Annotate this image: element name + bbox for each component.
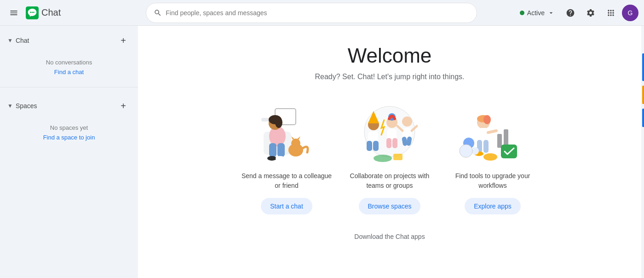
status-dot [520,11,524,15]
svg-point-3 [33,12,34,13]
app-logo: Chat [26,6,61,19]
sidebar-spaces-header[interactable]: ▼ Spaces + [0,95,138,117]
svg-point-30 [374,155,392,162]
browse-spaces-text: Collaborate on projects with teams or gr… [344,171,436,191]
svg-point-48 [460,145,472,157]
main-layout: ▼ Chat + No conversations Find a chat ▼ … [0,26,644,278]
svg-point-52 [483,153,497,161]
sidebar-spaces-section: ▼ Spaces + No spaces yet Find a space to… [0,91,138,149]
browse-spaces-illustration [353,99,426,164]
svg-point-32 [402,116,412,127]
svg-rect-41 [478,128,489,142]
sidebar-spaces-label: Spaces [16,102,37,110]
explore-apps-text: Find tools to upgrade your workflows [447,171,539,191]
svg-rect-12 [277,143,285,157]
svg-point-14 [291,139,300,148]
start-chat-button[interactable]: Start a chat [261,198,312,214]
svg-rect-51 [501,145,517,158]
accent-bar-blue2 [642,109,644,127]
accent-bar-blue [642,53,644,81]
svg-rect-43 [483,140,489,153]
sidebar-chat-header[interactable]: ▼ Chat + [0,29,138,52]
svg-marker-15 [291,136,294,139]
sidebar-chat-label: Chat [16,37,29,44]
browse-spaces-button[interactable]: Browse spaces [359,198,421,214]
chat-chevron-icon: ▼ [7,37,13,44]
explore-apps-card: Find tools to upgrade your workflows Exp… [447,99,539,214]
download-section: Download the Chat apps [354,233,425,255]
svg-rect-49 [497,134,502,148]
svg-rect-28 [386,138,391,148]
browse-spaces-card: Collaborate on projects with teams or gr… [344,99,436,214]
svg-marker-16 [297,136,300,139]
main-content: Welcome Ready? Set. Chat! Let's jump rig… [138,26,641,278]
chat-logo-icon [26,6,39,19]
app-header: Chat Active [0,0,644,26]
svg-point-10 [275,117,282,128]
search-icon [154,9,162,17]
help-button[interactable] [561,4,580,22]
explore-apps-illustration [456,99,529,164]
sidebar: ▼ Chat + No conversations Find a chat ▼ … [0,26,138,278]
sidebar-divider [0,87,138,87]
start-chat-card: Send a message to a colleague or friend … [241,99,333,214]
svg-line-45 [488,131,496,133]
start-chat-text: Send a message to a colleague or friend [241,171,333,191]
svg-rect-24 [373,141,379,151]
sidebar-spaces-empty: No spaces yet Find a space to join [0,117,138,145]
welcome-section: Welcome Ready? Set. Chat! Let's jump rig… [183,26,597,269]
search-bar [146,3,477,23]
add-space-button[interactable]: + [116,98,131,113]
no-spaces-text: No spaces yet [7,124,131,131]
avatar[interactable]: G [622,5,638,21]
no-conversations-text: No conversations [7,59,131,66]
status-indicator[interactable]: Active [515,6,559,19]
svg-point-17 [267,156,276,161]
right-accent [641,26,644,278]
welcome-title: Welcome [348,44,432,67]
cards-row: Send a message to a colleague or friend … [241,99,539,214]
spaces-chevron-icon: ▼ [7,103,13,109]
menu-icon[interactable] [6,5,22,21]
svg-point-40 [483,115,491,124]
find-chat-link[interactable]: Find a chat [54,69,84,75]
svg-rect-31 [393,154,402,160]
welcome-subtitle: Ready? Set. Chat! Let's jump right into … [315,73,464,81]
svg-point-1 [30,12,31,13]
header-left: Chat [6,5,125,21]
chevron-down-icon [547,9,555,17]
add-chat-button[interactable]: + [116,33,131,48]
svg-point-18 [276,156,285,161]
app-title: Chat [41,7,61,18]
explore-apps-button[interactable]: Explore apps [465,198,521,214]
svg-point-2 [32,12,33,13]
svg-rect-11 [269,143,276,157]
status-label: Active [527,9,545,17]
search-input-wrapper[interactable] [146,3,477,23]
apps-button[interactable] [602,4,620,22]
accent-bar-orange [642,86,644,104]
settings-button[interactable] [581,4,600,22]
header-right: Active G [515,4,638,22]
download-title: Download the Chat apps [354,233,425,240]
svg-rect-23 [367,141,372,151]
start-chat-illustration [250,99,323,164]
sidebar-chat-title: ▼ Chat [7,37,29,44]
sidebar-chat-empty: No conversations Find a chat [0,52,138,80]
svg-rect-29 [392,138,397,148]
find-space-link[interactable]: Find a space to join [43,134,95,141]
sidebar-spaces-title: ▼ Spaces [7,102,37,110]
sidebar-chat-section: ▼ Chat + No conversations Find a chat [0,26,138,83]
search-input[interactable] [166,9,469,17]
